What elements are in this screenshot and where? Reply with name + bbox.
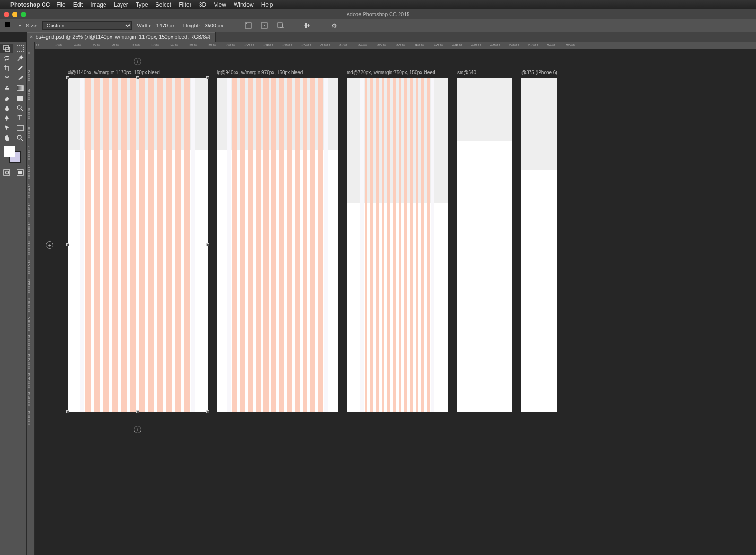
artboard-label[interactable]: xl@1140px, w/margin: 1170px, 150px bleed [68,70,160,75]
grid-column [232,78,237,412]
menu-layer[interactable]: Layer [114,1,128,8]
clone-stamp-tool-icon[interactable] [0,83,13,93]
artboard-surface[interactable] [457,78,512,412]
app-menu[interactable]: Photoshop CC [10,1,50,8]
rectangle-tool-icon[interactable] [13,93,26,103]
eyedropper-tool-icon[interactable] [13,63,26,73]
selection-handle[interactable] [66,76,69,79]
stage[interactable]: + + + xl@1140px, w/margin: 1170px, 150px… [35,49,756,555]
artboard-label[interactable]: md@720px, w/margin:750px, 150px bleed [347,70,435,75]
selection-handle[interactable] [66,410,69,413]
healing-brush-tool-icon[interactable] [0,73,13,83]
margin-guide [324,78,328,412]
brush-tool-icon[interactable] [13,73,26,83]
hand-tool-icon[interactable] [0,133,13,143]
selection-handle[interactable] [136,410,139,413]
settings-gear-icon[interactable]: ⚙ [329,20,340,31]
color-swatches[interactable] [4,146,23,165]
current-tool-icon[interactable] [3,22,14,29]
selection-handle[interactable] [206,243,209,246]
screen-mode-icon[interactable] [13,167,26,177]
grid-columns [85,78,190,412]
menu-filter[interactable]: Filter [179,1,191,8]
quick-mask-icon[interactable] [0,167,13,177]
svg-rect-20 [18,171,22,174]
grid-column [410,78,413,412]
svg-rect-15 [17,125,23,131]
crop-tool-icon[interactable] [0,63,13,73]
menu-window[interactable]: Window [234,1,254,8]
align-center-icon[interactable] [259,20,270,31]
add-artboard-bottom-button[interactable]: + [134,426,141,433]
artboard[interactable]: md@720px, w/margin:750px, 150px bleed [347,78,448,412]
artboard-surface[interactable] [68,78,208,412]
selection-handle[interactable] [206,410,209,413]
shape-tool-icon[interactable] [13,123,26,133]
type-tool-icon[interactable]: T [13,113,26,123]
add-artboard-icon[interactable] [275,20,286,31]
chevron-down-icon[interactable]: ▾ [19,23,21,28]
artboard-surface[interactable] [347,78,448,412]
minimize-window-button[interactable] [12,12,17,17]
menu-file[interactable]: File [56,1,65,8]
selection-handle[interactable] [206,76,209,79]
magic-wand-tool-icon[interactable] [13,53,26,63]
artboard-surface[interactable] [217,78,338,412]
menu-edit[interactable]: Edit [73,1,83,8]
height-value[interactable]: 3500 px [205,23,223,28]
align-icon[interactable] [302,20,313,31]
artboard[interactable]: sm@540 [457,78,512,412]
reference-point-icon[interactable] [243,20,254,31]
svg-rect-10 [17,45,23,52]
ruler-tick: 2200 [244,43,254,47]
path-selection-tool-icon[interactable] [0,123,13,133]
menu-3d[interactable]: 3D [199,1,206,8]
selection-handle[interactable] [136,76,139,79]
add-artboard-left-button[interactable]: + [46,241,53,249]
menu-select[interactable]: Select [156,1,171,8]
close-tab-icon[interactable]: × [30,34,33,40]
horizontal-ruler[interactable]: 0200400600800100012001400160018002000220… [35,42,756,49]
close-window-button[interactable] [4,12,9,17]
foreground-color-swatch[interactable] [4,146,15,157]
menu-image[interactable]: Image [90,1,106,8]
marquee-tool-icon[interactable] [13,44,26,53]
pen-tool-icon[interactable] [0,113,13,123]
menu-type[interactable]: Type [136,1,148,8]
menu-help[interactable]: Help [261,1,273,8]
grid-column [393,78,396,412]
artboard-surface[interactable] [521,78,557,412]
document-tab[interactable]: × bs4-grid.psd @ 25% (xl@1140px, w/margi… [27,32,216,42]
workspace: T 02004006008001000120014001600180020002… [0,42,756,555]
artboard[interactable]: @375 (iPhone 6) [521,78,557,412]
ruler-tick: 5000 [509,43,519,47]
width-value[interactable]: 1470 px [156,23,175,28]
menu-view[interactable]: View [214,1,226,8]
ruler-tick: 200 [55,43,62,47]
gradient-tool-icon[interactable] [13,83,26,93]
options-bar: ▾ Size: Custom Width: 1470 px Height: 35… [0,19,756,32]
eraser-tool-icon[interactable] [0,93,13,103]
tools-panel: T [0,42,27,555]
artboard-label[interactable]: sm@540 [457,70,476,75]
artboard[interactable]: lg@940px, w/margin:970px, 150px bleed [217,78,338,412]
ruler-tick: 4200 [434,43,443,47]
viewport[interactable]: + + + xl@1140px, w/margin: 1170px, 150px… [35,49,756,555]
ruler-tick: 5600 [566,43,575,47]
window-title: Adobe Photoshop CC 2015 [347,11,410,17]
zoom-window-button[interactable] [21,12,26,17]
lasso-tool-icon[interactable] [0,53,13,63]
artboard[interactable]: xl@1140px, w/margin: 1170px, 150px bleed [68,78,208,412]
size-select[interactable]: Custom [42,21,132,30]
ruler-origin[interactable] [27,42,35,49]
add-artboard-top-button[interactable]: + [134,58,141,65]
dodge-tool-icon[interactable] [13,103,26,113]
vertical-ruler[interactable]: 0200400600800100012001400160018002000220… [27,49,35,555]
artboard-tool-icon[interactable] [0,44,13,53]
selection-handle[interactable] [66,243,69,246]
blur-tool-icon[interactable] [0,103,13,113]
zoom-tool-icon[interactable] [13,133,26,143]
ruler-tick: 3800 [28,411,34,426]
artboard-label[interactable]: lg@940px, w/margin:970px, 150px bleed [217,70,303,75]
artboard-label[interactable]: @375 (iPhone 6) [521,70,557,75]
